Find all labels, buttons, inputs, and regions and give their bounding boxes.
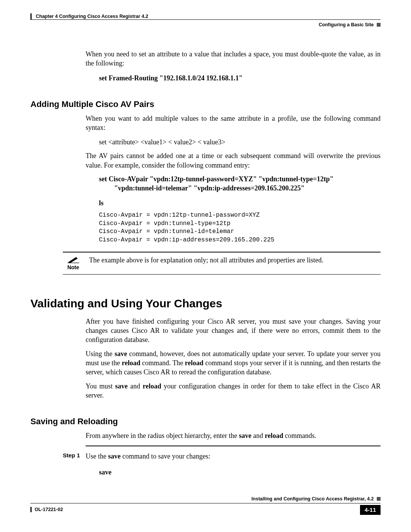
note-icon-col: Note [63,256,84,271]
validating-p2: Using the save command, however, does no… [86,349,381,377]
intro-paragraph: When you need to set an attribute to a v… [86,50,381,68]
heading-av-pairs: Adding Multiple Cisco AV Pairs [30,99,381,110]
avpairs-p2: The AV pairs cannot be added one at a ti… [86,151,381,170]
step-top-rule [86,446,381,446]
avpairs-output: Cisco-Avpair = vpdn:12tp-tunnel-password… [99,211,381,244]
saving-p1: From anywhere in the radius object hiera… [86,431,381,440]
avpairs-p1: When you want to add multiple values to … [86,114,381,133]
header-left-bar [30,13,32,19]
validating-p3: You must save and reload your configurat… [86,382,381,400]
footer-square-icon [377,497,381,501]
note-text: The example above is for explanation onl… [89,256,381,265]
step-1-row: Step 1 Use the save command to save your… [63,452,381,461]
note-bottom-rule [63,274,381,275]
header-section: Configuring a Basic Site [319,22,381,28]
avpairs-cmd2-line1: set Cisco-AVpair "vpdn:12tp-tunnel-passw… [99,174,381,184]
step-1-cmd: save [99,468,381,477]
step-1-label: Step 1 [63,452,86,461]
avpairs-cmd2-line2: "vpdn:tunnel-id=telemar" "vpdn:ip-addres… [114,184,381,193]
validating-p1: After you have finished configuring your… [86,317,381,345]
pencil-icon [68,256,79,263]
running-footer: Installing and Configuring Cisco Access … [30,496,381,515]
header-chapter: Chapter 4 Configuring Cisco Access Regis… [36,13,148,20]
avpairs-ls: ls [99,198,381,208]
footer-rule [30,503,381,503]
footer-page-number: 4-11 [360,505,381,515]
heading-saving-reloading: Saving and Reloading [30,416,381,427]
note-label: Note [63,264,84,271]
header-rule [30,19,381,20]
note-block: Note The example above is for explanatio… [63,252,381,275]
header-square-icon [377,23,381,27]
footer-book-title: Installing and Configuring Cisco Access … [30,496,381,502]
running-header: Chapter 4 Configuring Cisco Access Regis… [30,13,381,29]
footer-left-bar [30,507,32,512]
footer-ol-number: OL-17221-02 [30,506,63,513]
heading-validating: Validating and Using Your Changes [30,296,381,312]
intro-command: set Framed-Routing "192.168.1.0/24 192.1… [99,73,381,83]
avpairs-cmd1: set <attribute> <value1> < value2> < val… [99,137,381,147]
step-1-text: Use the save command to save your change… [86,452,381,461]
